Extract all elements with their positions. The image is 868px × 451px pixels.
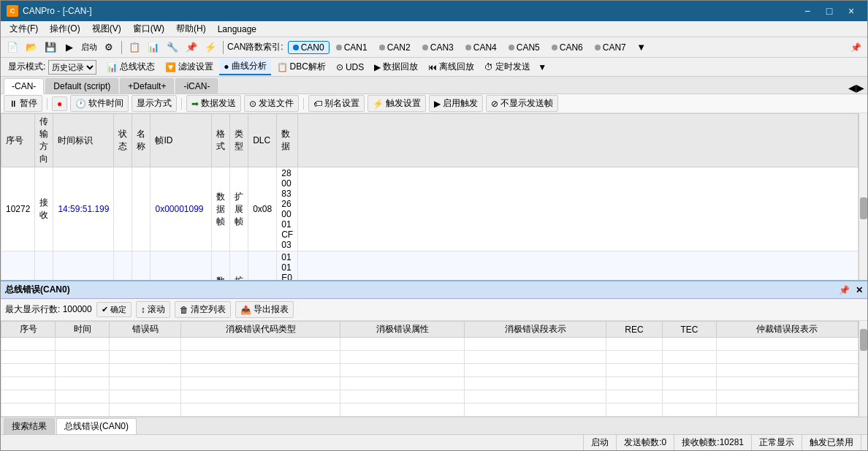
menu-language[interactable]: Language	[212, 23, 262, 36]
func-timer-send[interactable]: ⏱ 定时发送	[480, 59, 535, 75]
dbc-icon: 📋	[277, 62, 288, 72]
toolbar-save[interactable]: 💾	[42, 39, 59, 56]
func-uds[interactable]: ⊙ UDS	[332, 61, 368, 74]
lower-col-passiveseg: 消极错误段表示	[465, 322, 606, 338]
toolbar-btn6[interactable]: ⚡	[202, 39, 219, 56]
tab-nav-right[interactable]: ▶	[856, 82, 864, 94]
upper-scrollbar[interactable]	[859, 113, 867, 280]
pin-icon[interactable]: 📌	[839, 285, 850, 295]
menu-file[interactable]: 文件(F)	[4, 21, 44, 37]
action-sep-2	[181, 98, 182, 110]
toolbar-btn4[interactable]: 🔧	[164, 39, 181, 56]
col-dlc: DLC	[248, 114, 277, 167]
scroll-button[interactable]: ↕ 滚动	[136, 301, 170, 318]
send-file-icon: ⊙	[249, 99, 256, 109]
send-file-button[interactable]: ⊙ 发送文件	[244, 95, 299, 112]
func-dbc[interactable]: 📋 DBC解析	[273, 59, 330, 75]
bottom-tab-search[interactable]: 搜索结果	[4, 418, 55, 434]
can-more-btn[interactable]: ▼	[633, 39, 650, 56]
tab-default-script[interactable]: Default (script)	[45, 78, 118, 94]
clear-list-button[interactable]: 🗑 清空列表	[175, 301, 231, 318]
bottom-tab-error[interactable]: 总线错误(CAN0)	[56, 418, 137, 434]
lower-scrollbar[interactable]	[859, 321, 867, 417]
menu-view[interactable]: 视图(V)	[86, 21, 127, 37]
lower-col-time: 时间	[56, 322, 110, 338]
lower-scrollbar-thumb[interactable]	[860, 329, 867, 351]
toolbar-btn3[interactable]: 📊	[145, 39, 162, 56]
menu-bar: 文件(F) 操作(O) 视图(V) 窗口(W) 帮助(H) Language	[1, 21, 867, 37]
table-row: 10273接收14:59:51.1990x0CF103D2数据帧扩展帧0x080…	[1, 251, 859, 281]
func-filter[interactable]: 🔽 滤波设置	[161, 59, 218, 75]
can2-dot	[379, 45, 385, 50]
table-row	[1, 403, 859, 417]
tab-can[interactable]: -CAN-	[4, 78, 44, 94]
export-table-button[interactable]: 📤 导出报表	[235, 301, 294, 318]
func-data-replay[interactable]: ▶ 数据回放	[370, 59, 422, 75]
can-toolbar: 📄 📂 💾 ▶ 启动 ⚙ 📋 📊 🔧 📌 ⚡ CAN路数索引: CAN0 CAN…	[1, 37, 867, 58]
lower-data-scroll[interactable]: 序号 时间 错误码 消极错误代码类型 消极错误属性 消极错误段表示 REC TE…	[1, 321, 859, 417]
record-icon: ●	[57, 99, 62, 109]
can-tab-1[interactable]: CAN1	[331, 41, 373, 54]
maximize-button[interactable]: □	[819, 3, 840, 19]
col-frameid: 帧ID	[151, 114, 212, 167]
send-data-button[interactable]: ➡ 数据发送	[186, 95, 241, 112]
menu-help[interactable]: 帮助(H)	[170, 21, 212, 37]
func-more[interactable]: ▼	[538, 62, 547, 72]
can-tab-3[interactable]: CAN3	[417, 41, 459, 54]
can-tab-5[interactable]: CAN5	[503, 41, 545, 54]
toolbar-pin[interactable]: 📌	[848, 42, 864, 53]
lower-panel-header: 总线错误(CAN0) 📌 ✕	[1, 281, 867, 299]
pause-button[interactable]: ⏸ 暂停	[4, 95, 42, 112]
table-row	[1, 364, 859, 377]
table-row	[1, 338, 859, 351]
toolbar-btn5[interactable]: 📌	[183, 39, 200, 56]
toolbar-btn2[interactable]: 📋	[126, 39, 143, 56]
func-bus-status[interactable]: 📊 总线状态	[102, 59, 159, 75]
upper-scrollbar-thumb[interactable]	[860, 197, 867, 219]
table-header-row: 序号 传输方向 时间标识 状态 名称 帧ID 格式 类型 DLC 数据	[1, 114, 859, 167]
lower-col-passiveprop: 消极错误属性	[340, 322, 465, 338]
close-button[interactable]: ×	[841, 3, 861, 19]
tab-nav-left[interactable]: ◀	[848, 82, 856, 94]
func-bar: 显示模式: 历史记录 📊 总线状态 🔽 滤波设置 ● 曲线分析 📋 DBC解析 …	[1, 58, 867, 77]
window-title: CANPro - [-CAN-]	[23, 6, 92, 16]
enable-trigger-button[interactable]: ▶ 启用触发	[429, 95, 483, 112]
software-time-button[interactable]: 🕐 软件时间	[70, 95, 129, 112]
func-offline-replay[interactable]: ⏮ 离线回放	[424, 59, 479, 75]
send-icon: ➡	[191, 99, 199, 109]
func-curve[interactable]: ● 曲线分析	[219, 58, 270, 75]
minimize-button[interactable]: −	[797, 3, 818, 19]
can5-dot	[509, 45, 514, 50]
tab-default-plus[interactable]: +Default+	[120, 78, 174, 94]
alias-icon: 🏷	[313, 99, 322, 109]
menu-operation[interactable]: 操作(O)	[44, 21, 85, 37]
col-type: 类型	[230, 114, 248, 167]
main-data-scroll[interactable]: 序号 传输方向 时间标识 状态 名称 帧ID 格式 类型 DLC 数据	[1, 113, 859, 280]
display-mode-button[interactable]: 显示方式	[132, 95, 177, 112]
tab-strip: -CAN- Default (script) +Default+ -iCAN- …	[1, 77, 867, 94]
can3-dot	[422, 45, 428, 50]
toolbar-new[interactable]: 📄	[4, 39, 21, 56]
table-row: 10272接收14:59:51.1990x00001099数据帧扩展帧0x082…	[1, 167, 859, 251]
menu-window[interactable]: 窗口(W)	[127, 21, 170, 37]
confirm-button[interactable]: ✔ 确定	[96, 302, 132, 317]
tab-ican[interactable]: -iCAN-	[175, 78, 218, 94]
close-lower-icon[interactable]: ✕	[853, 285, 863, 295]
toolbar-start[interactable]: ▶	[61, 39, 78, 56]
data-replay-icon: ▶	[374, 62, 381, 72]
can-tab-4[interactable]: CAN4	[460, 41, 502, 54]
can-tab-0[interactable]: CAN0	[288, 41, 330, 54]
uds-icon: ⊙	[336, 62, 343, 72]
main-content: 序号 传输方向 时间标识 状态 名称 帧ID 格式 类型 DLC 数据	[1, 113, 867, 417]
separator-1	[121, 41, 122, 54]
can-tab-6[interactable]: CAN6	[547, 41, 588, 54]
toolbar-open[interactable]: 📂	[23, 39, 40, 56]
toolbar-config[interactable]: ⚙	[100, 39, 118, 56]
hide-send-frame-button[interactable]: ⊘ 不显示发送帧	[486, 95, 558, 112]
alias-settings-button[interactable]: 🏷 别名设置	[308, 95, 365, 112]
trigger-settings-button[interactable]: ⚡ 触发设置	[368, 95, 426, 112]
can-tab-7[interactable]: CAN7	[590, 41, 631, 54]
can-tab-2[interactable]: CAN2	[374, 41, 416, 54]
record-button[interactable]: ●	[52, 96, 67, 111]
display-mode-select[interactable]: 历史记录	[48, 60, 96, 75]
